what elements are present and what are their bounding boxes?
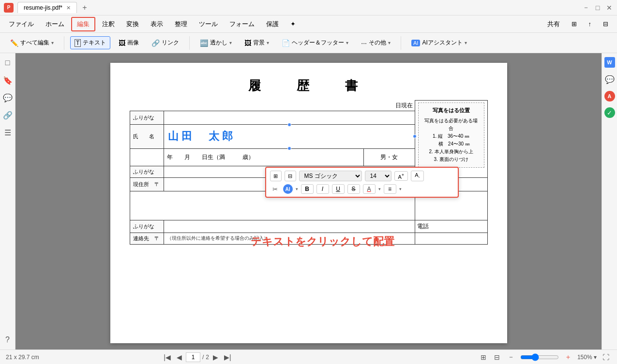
italic-btn[interactable]: I — [316, 184, 329, 194]
gender-cell[interactable]: 男・女 — [364, 148, 415, 166]
menu-home[interactable]: ホーム — [41, 18, 69, 30]
zoom-out-button[interactable]: － — [506, 352, 516, 363]
menu-upload[interactable]: ↑ — [584, 18, 597, 29]
menu-tools[interactable]: ツール — [194, 18, 223, 30]
pdf-page: 履 歴 書 日現在 写真をはる位置 写真をはる必要がある場合 1. 縦 36〜4… — [110, 63, 507, 343]
tab-close-button[interactable]: ✕ — [66, 5, 71, 11]
sidebar-help-icon[interactable]: ? — [2, 334, 14, 346]
page-dimensions: 21 x 29.7 cm — [6, 354, 39, 361]
font-size-down-btn[interactable]: A- — [411, 171, 423, 181]
prev-page-button[interactable]: ◀ — [175, 352, 184, 362]
photo-cell: 写真をはる位置 写真をはる必要がある場合 1. 縦 36〜40 ㎜ 横 24〜3… — [415, 101, 487, 178]
toolbar-row2: ✂ AI ▾ B I U S A ▾ ≡ ▾ — [270, 184, 454, 194]
menu-organize[interactable]: 整理 — [170, 18, 192, 30]
align-chevron[interactable]: ▾ — [399, 187, 402, 191]
link-button[interactable]: 🔗 リンク — [147, 36, 183, 49]
edit-all-label: すべて編集 — [20, 39, 49, 47]
title-bar: P resume-jis.pdf * ✕ + － □ ✕ — [0, 0, 617, 15]
total-pages: 2 — [206, 354, 209, 361]
ai-chevron: ▾ — [465, 40, 467, 45]
ai-button[interactable]: AI — [283, 184, 293, 194]
first-page-button[interactable]: |◀ — [162, 352, 173, 362]
contact-furigana-input[interactable] — [164, 220, 415, 233]
underline-btn[interactable]: U — [332, 184, 345, 194]
pencil-icon: ✏️ — [10, 39, 18, 47]
table-icon-btn[interactable]: ⊞ — [270, 171, 282, 181]
photo-note: 写真をはる必要がある場合 1. 縦 36〜40 ㎜ 横 24〜30 ㎜ 2. 本… — [422, 117, 480, 163]
right-sidebar-word-icon[interactable]: W — [604, 57, 615, 68]
fit-width-button[interactable]: ⊟ — [492, 352, 502, 362]
close-button[interactable]: ✕ — [605, 4, 613, 12]
right-sidebar-translate-icon[interactable]: A — [604, 91, 615, 102]
sidebar-comments-icon[interactable]: 💬 — [2, 92, 14, 103]
sidebar-bookmarks-icon[interactable]: 🔖 — [2, 74, 14, 86]
separator-3 — [401, 36, 401, 50]
main-area: □ 🔖 💬 🔗 ☰ ? 履 歴 書 日現在 写真をはる位置 — [0, 53, 617, 349]
menu-edit[interactable]: 編集 — [71, 17, 95, 31]
sidebar-layers-icon[interactable]: ☰ — [2, 127, 14, 138]
menu-save2[interactable]: ⊟ — [598, 18, 613, 29]
page-number-input[interactable] — [186, 352, 200, 362]
menu-convert[interactable]: 変換 — [121, 18, 144, 30]
last-page-button[interactable]: ▶| — [222, 352, 233, 362]
fit-page-button[interactable]: ⊞ — [479, 352, 488, 362]
tab-name: resume-jis.pdf — [24, 4, 60, 11]
menu-spark[interactable]: ✦ — [286, 18, 301, 29]
menu-file[interactable]: ファイル — [4, 18, 39, 30]
name-cell[interactable]: 山田 太郎 — [164, 124, 415, 148]
font-size-up-btn[interactable]: A+ — [394, 171, 408, 181]
app-icon: P — [4, 3, 14, 13]
align-btn[interactable]: ≡ — [384, 184, 396, 194]
minimize-button[interactable]: － — [582, 4, 590, 12]
address-furigana-label: ふりがな — [130, 166, 164, 177]
menu-share[interactable]: 共有 — [542, 18, 565, 30]
edit-all-button[interactable]: ✏️ すべて編集 ▾ — [6, 36, 58, 49]
photo-title: 写真をはる位置 — [422, 107, 480, 114]
image-button[interactable]: 🖼 画像 — [114, 36, 143, 49]
cut-icon[interactable]: ✂ — [270, 185, 280, 194]
fullscreen-button[interactable]: ⛶ — [601, 352, 611, 362]
more-label: その他 — [369, 39, 386, 47]
sidebar-links-icon[interactable]: 🔗 — [2, 109, 14, 121]
menu-form[interactable]: フォーム — [225, 18, 259, 30]
font-name-select[interactable]: MS ゴシック — [299, 171, 362, 181]
toolbar: ✏️ すべて編集 ▾ T テキスト 🖼 画像 🔗 リンク 🔤 透かし ▾ 🖼 背… — [0, 33, 617, 53]
color-chevron[interactable]: ▾ — [378, 187, 381, 191]
ai-assistant-button[interactable]: AI AIアシスタント ▾ — [407, 36, 471, 49]
contact-tel-input[interactable] — [415, 233, 487, 244]
font-color-btn[interactable]: A — [363, 184, 376, 194]
menu-protect[interactable]: 保護 — [261, 18, 284, 30]
more-icon: ··· — [361, 39, 367, 47]
menu-share2[interactable]: ⊞ — [567, 18, 582, 29]
resize-handle-bottom[interactable] — [287, 146, 291, 150]
new-tab-button[interactable]: + — [79, 2, 90, 14]
zoom-slider[interactable] — [520, 353, 559, 361]
zoom-in-button[interactable]: ＋ — [563, 352, 573, 363]
text-button[interactable]: T テキスト — [70, 36, 110, 49]
menu-view[interactable]: 表示 — [146, 18, 168, 30]
header-footer-button[interactable]: 📄 ヘッダー＆フッター ▾ — [277, 36, 353, 49]
font-size-select[interactable]: 14 — [365, 171, 391, 181]
menu-annotate[interactable]: 注釈 — [97, 18, 120, 30]
bold-btn[interactable]: B — [301, 184, 314, 194]
birth-date[interactable]: 年 月 日生（満 歳） — [164, 148, 364, 166]
ai-chevron[interactable]: ▾ — [296, 187, 298, 191]
pdf-canvas[interactable]: 履 歴 書 日現在 写真をはる位置 写真をはる必要がある場合 1. 縦 36〜4… — [15, 53, 602, 349]
sidebar-thumbnails-icon[interactable]: □ — [2, 57, 14, 69]
image-label: 画像 — [127, 39, 139, 47]
right-sidebar-chat-icon[interactable]: 💬 — [604, 73, 616, 85]
strikethrough-btn[interactable]: S — [347, 184, 360, 194]
resize-handle-top[interactable] — [287, 123, 291, 127]
next-page-button[interactable]: ▶ — [211, 352, 220, 362]
toolbar-row1: ⊞ ⊟ MS ゴシック 14 A+ A- — [270, 171, 454, 181]
right-sidebar-check-icon[interactable]: ✓ — [604, 107, 615, 118]
watermark-button[interactable]: 🔤 透かし ▾ — [196, 36, 236, 49]
contact-furigana-label: ふりがな — [130, 220, 164, 233]
resize-handle-right[interactable] — [413, 134, 417, 138]
more-button[interactable]: ··· その他 ▾ — [357, 36, 395, 49]
layout-icon-btn[interactable]: ⊟ — [285, 171, 296, 181]
background-button[interactable]: 🖼 背景 ▾ — [240, 36, 273, 49]
left-sidebar: □ 🔖 💬 🔗 ☰ ? — [0, 53, 15, 349]
document-tab[interactable]: resume-jis.pdf * ✕ — [17, 2, 77, 13]
maximize-button[interactable]: □ — [594, 4, 602, 12]
